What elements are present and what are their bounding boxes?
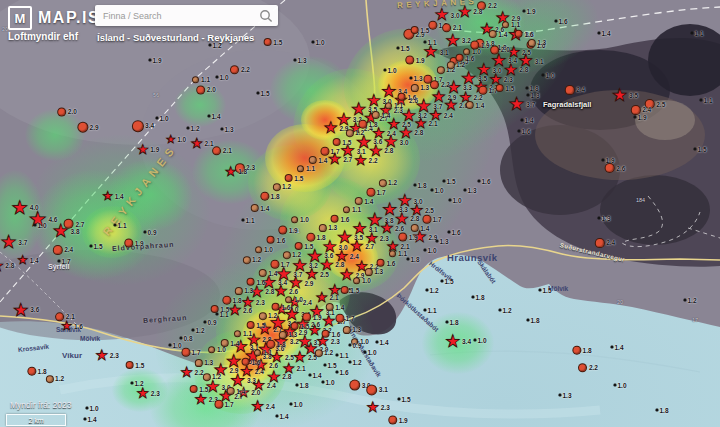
earthquake-point-label[interactable]: 1.0	[85, 405, 98, 412]
earthquake-dot-marker[interactable]: 1.6	[515, 30, 534, 38]
earthquake-dot-marker[interactable]: 2.2	[230, 65, 250, 74]
earthquake-point-label[interactable]: 1.0	[423, 247, 436, 254]
earthquake-point-label[interactable]: 1.0	[541, 72, 554, 79]
earthquake-point-label[interactable]: 1.2	[348, 359, 361, 366]
earthquake-dot-marker[interactable]: 1.2	[46, 375, 64, 383]
earthquake-point-label[interactable]: 1.0	[448, 197, 461, 204]
earthquake-point-label[interactable]: 1.4	[308, 372, 321, 379]
earthquake-point-label[interactable]: 1.3	[597, 215, 610, 222]
earthquake-dot-marker[interactable]: 1.8	[572, 346, 591, 355]
earthquake-dot-marker[interactable]: 1.0	[291, 216, 309, 223]
earthquake-star-marker[interactable]: ★1.9	[137, 143, 160, 156]
earthquake-point-label[interactable]: 1.8	[445, 319, 458, 326]
earthquake-dot-marker[interactable]: 1.1	[502, 21, 520, 28]
earthquake-dot-marker[interactable]: 1.3	[411, 84, 429, 92]
earthquake-dot-marker[interactable]: 1.5	[496, 84, 515, 92]
earthquake-point-label[interactable]: 1.4	[207, 113, 220, 120]
earthquake-point-label[interactable]: 1.1	[699, 97, 712, 104]
earthquake-dot-marker[interactable]: 1.6	[242, 358, 261, 366]
earthquake-point-label[interactable]: 1.4	[375, 339, 388, 346]
earthquake-dot-marker[interactable]: 1.9	[405, 56, 424, 65]
earthquake-star-marker[interactable]: ★2.1	[190, 137, 213, 151]
earthquake-star-marker[interactable]: ★2.3	[366, 400, 390, 414]
earthquake-star-marker[interactable]: ★2.8	[0, 258, 14, 274]
earthquake-dot-marker[interactable]: 1.5	[341, 286, 360, 294]
earthquake-point-label[interactable]: 1.9	[148, 57, 161, 64]
earthquake-point-label[interactable]: 1.2	[498, 307, 511, 314]
earthquake-point-label[interactable]: 1.8	[525, 85, 538, 92]
earthquake-dot-marker[interactable]: 1.3	[195, 359, 213, 367]
logo[interactable]: M MAP.IS Loftmyndir ehf	[8, 6, 100, 42]
earthquake-dot-marker[interactable]: 1.9	[398, 233, 417, 242]
earthquake-point-label[interactable]: 1.0	[473, 337, 486, 344]
earthquake-point-label[interactable]: 0.9	[203, 319, 216, 326]
earthquake-dot-marker[interactable]: 1.5	[333, 138, 352, 146]
earthquake-point-label[interactable]: 1.0	[155, 115, 168, 122]
earthquake-point-label[interactable]: 1.8	[295, 382, 308, 389]
earthquake-dot-marker[interactable]: 1.7	[181, 348, 200, 357]
earthquake-point-label[interactable]: 1.5	[442, 178, 455, 185]
earthquake-dot-marker[interactable]: 2.2	[430, 80, 450, 89]
earthquake-dot-marker[interactable]: 1.6	[247, 278, 266, 286]
earthquake-star-marker[interactable]: ★2.3	[95, 348, 119, 362]
earthquake-dot-marker[interactable]: 2.7	[64, 219, 85, 229]
earthquake-star-marker[interactable]: ★1.8	[225, 165, 247, 178]
earthquake-dot-marker[interactable]: 1.0	[255, 246, 273, 253]
earthquake-dot-marker[interactable]: 1.7	[335, 314, 354, 323]
earthquake-dot-marker[interactable]: 2.4	[53, 245, 73, 255]
earthquake-point-label[interactable]: 1.4	[275, 413, 288, 420]
earthquake-dot-marker[interactable]: 1.1	[192, 76, 210, 83]
earthquake-dot-marker[interactable]: 1.6	[267, 236, 286, 244]
earthquake-dot-marker[interactable]: 1.0	[353, 277, 371, 284]
earthquake-dot-marker[interactable]: 1.5	[411, 26, 430, 34]
earthquake-dot-marker[interactable]: 1.9	[124, 239, 143, 248]
earthquake-point-label[interactable]: 1.0	[383, 67, 396, 74]
earthquake-point-label[interactable]: 1.8	[413, 182, 426, 189]
earthquake-point-label[interactable]: 1.1	[215, 311, 228, 318]
map-viewport[interactable]: REYKJANESREYKJANESFagradalsfjallHraunsví…	[0, 0, 720, 427]
earthquake-point-label[interactable]: 1.6	[554, 18, 567, 25]
earthquake-point-label[interactable]: 1.3	[526, 92, 539, 99]
earthquake-point-label[interactable]: 1.0	[321, 379, 334, 386]
earthquake-point-label[interactable]: 0.9	[348, 342, 361, 349]
earthquake-dot-marker[interactable]: 1.7	[270, 260, 289, 269]
earthquake-dot-marker[interactable]: 2.1	[212, 146, 232, 155]
earthquake-dot-marker[interactable]: 1.2	[243, 256, 261, 264]
earthquake-dot-marker[interactable]: 1.2	[379, 179, 397, 187]
earthquake-dot-marker[interactable]: 1.1	[234, 330, 252, 337]
earthquake-point-label[interactable]: 1.0	[168, 342, 181, 349]
earthquake-point-label[interactable]: 1.4	[520, 117, 533, 124]
earthquake-dot-marker[interactable]: 1.9	[388, 416, 407, 425]
earthquake-dot-marker[interactable]: 2.4	[595, 238, 615, 248]
earthquake-point-label[interactable]: 1.3	[293, 57, 306, 64]
earthquake-point-label[interactable]: 1.0	[613, 382, 626, 389]
earthquake-dot-marker[interactable]: 1.8	[306, 233, 325, 242]
earthquake-dot-marker[interactable]: 1.3	[279, 331, 297, 339]
earthquake-star-marker[interactable]: ★2.8	[458, 4, 483, 20]
earthquake-star-marker[interactable]: ★2.2	[180, 365, 203, 379]
earthquake-point-label[interactable]: 1.6	[517, 128, 530, 135]
earthquake-dot-marker[interactable]: 2.0	[196, 85, 216, 94]
earthquake-point-label[interactable]: 1.1	[241, 217, 254, 224]
earthquake-dot-marker[interactable]: 1.3	[319, 224, 337, 232]
earthquake-dot-marker[interactable]: 1.2	[283, 251, 301, 259]
earthquake-star-marker[interactable]: ★3.1	[423, 44, 448, 61]
earthquake-dot-marker[interactable]: 1.6	[398, 93, 417, 101]
earthquake-point-label[interactable]: 1.1	[423, 39, 436, 46]
earthquake-dot-marker[interactable]: 1.5	[190, 385, 209, 393]
earthquake-star-marker[interactable]: ★1.0	[166, 134, 187, 145]
earthquake-dot-marker[interactable]: 1.5	[285, 174, 304, 182]
earthquake-dot-marker[interactable]: 1.3	[235, 287, 253, 295]
earthquake-point-label[interactable]: 1.5	[538, 287, 551, 294]
earthquake-dot-marker[interactable]: 1.4	[372, 111, 391, 119]
earthquake-point-label[interactable]: 1.2	[186, 125, 199, 132]
earthquake-dot-marker[interactable]: 1.9	[470, 41, 489, 50]
earthquake-dot-marker[interactable]: 1.4	[466, 101, 485, 109]
earthquake-point-label[interactable]: 1.2	[683, 297, 696, 304]
earthquake-dot-marker[interactable]: 1.0	[285, 296, 303, 303]
earthquake-point-label[interactable]: 1.8	[655, 407, 668, 414]
earthquake-dot-marker[interactable]: 1.2	[447, 61, 465, 69]
earthquake-star-marker[interactable]: ★3.7	[1, 233, 28, 251]
earthquake-star-marker[interactable]: ★3.1	[518, 53, 543, 70]
earthquake-dot-marker[interactable]: 1.2	[259, 312, 277, 320]
